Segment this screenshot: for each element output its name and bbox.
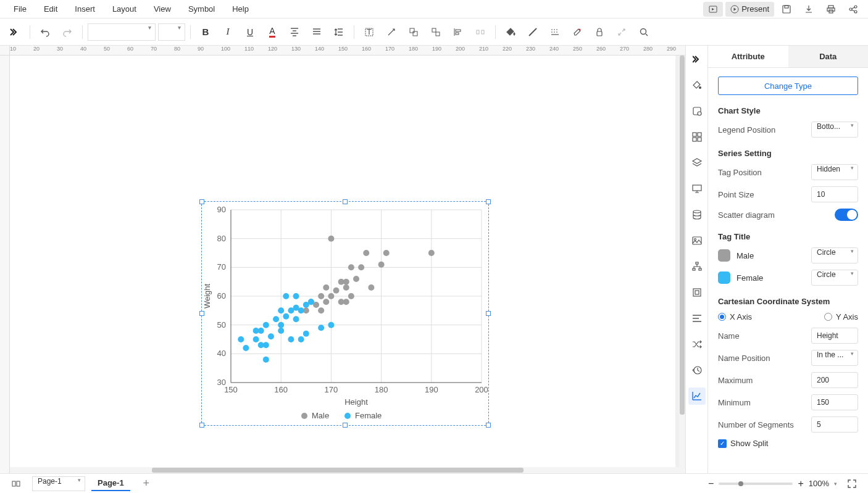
rail-tree-icon[interactable] <box>688 258 706 275</box>
font-size-select[interactable] <box>158 23 185 41</box>
ungroup-icon[interactable] <box>426 22 446 42</box>
point-size-input[interactable] <box>811 186 858 202</box>
svg-rect-112 <box>693 133 696 136</box>
svg-point-98 <box>303 331 309 337</box>
svg-point-9 <box>854 10 857 13</box>
connector-icon[interactable] <box>382 22 401 42</box>
undo-icon[interactable] <box>35 22 55 42</box>
line-spacing-icon[interactable] <box>329 22 349 42</box>
svg-point-107 <box>344 413 351 419</box>
preview-button[interactable] <box>703 2 723 17</box>
align-h-icon[interactable] <box>307 22 327 42</box>
menubar: FileEditInsertLayoutViewSymbolHelp Prese… <box>0 0 868 19</box>
rail-shape-icon[interactable] <box>688 102 706 120</box>
page[interactable]: 15016017018019020030405060708090HeightWe… <box>10 56 675 473</box>
menu-view[interactable]: View <box>145 2 180 16</box>
text-tool-icon[interactable]: T <box>359 22 379 42</box>
menu-symbol[interactable]: Symbol <box>180 2 223 16</box>
rail-presentation-icon[interactable] <box>688 180 706 197</box>
svg-point-8 <box>854 6 857 8</box>
lock-icon[interactable] <box>590 22 609 42</box>
rail-grid-icon[interactable] <box>688 128 706 146</box>
vertical-scrollbar[interactable] <box>679 56 685 473</box>
female-shape-select[interactable]: Circle <box>811 270 858 286</box>
horizontal-scrollbar[interactable] <box>10 467 685 473</box>
show-split-checkbox[interactable]: ✓ <box>718 439 727 448</box>
rail-shuffle-icon[interactable] <box>688 336 706 353</box>
point-size-label: Point Size <box>718 190 754 199</box>
axis-name-input[interactable] <box>811 328 858 344</box>
male-label: Male <box>737 251 754 260</box>
group-icon[interactable] <box>404 22 424 42</box>
change-type-button[interactable]: Change Type <box>718 77 858 95</box>
bold-icon[interactable]: B <box>196 22 215 42</box>
tools-icon[interactable] <box>612 22 632 42</box>
svg-rect-21 <box>597 31 602 36</box>
max-input[interactable] <box>811 372 858 388</box>
stroke-icon[interactable] <box>523 22 543 42</box>
svg-point-84 <box>268 333 274 339</box>
zoom-slider[interactable] <box>719 483 793 485</box>
page-select[interactable]: Page-1 <box>32 476 85 491</box>
rail-fill-icon[interactable] <box>688 77 706 94</box>
yaxis-radio[interactable] <box>824 313 832 321</box>
svg-point-54 <box>318 307 324 313</box>
expand-icon[interactable] <box>5 22 25 42</box>
name-pos-select[interactable]: In the ... <box>811 350 858 366</box>
align-objects-icon[interactable] <box>448 22 468 42</box>
align-v-icon[interactable] <box>285 22 304 42</box>
rail-collapse-icon[interactable] <box>688 51 706 68</box>
menu-layout[interactable]: Layout <box>104 2 145 16</box>
download-icon[interactable] <box>799 2 819 17</box>
line-style-icon[interactable] <box>545 22 565 42</box>
menu-help[interactable]: Help <box>223 2 257 16</box>
rail-align-icon[interactable] <box>688 310 706 327</box>
svg-point-101 <box>318 325 324 331</box>
menu-insert[interactable]: Insert <box>66 2 104 16</box>
svg-text:30: 30 <box>217 378 226 387</box>
add-page-icon[interactable]: + <box>136 474 156 494</box>
rail-history-icon[interactable] <box>688 362 706 379</box>
present-button[interactable]: Present <box>725 2 774 17</box>
fill-icon[interactable] <box>501 22 520 42</box>
scatter-toggle[interactable] <box>835 209 858 221</box>
tab-attribute[interactable]: Attribute <box>708 46 788 67</box>
seg-input[interactable] <box>811 416 858 433</box>
redo-icon[interactable] <box>57 22 77 42</box>
zoom-out-icon[interactable]: − <box>708 478 714 489</box>
eraser-icon[interactable] <box>567 22 587 42</box>
tab-data[interactable]: Data <box>788 46 869 67</box>
menu-file[interactable]: File <box>5 2 35 16</box>
legend-position-select[interactable]: Botto... <box>811 122 858 138</box>
canvas[interactable]: 1020304050607080901001101201301401501601… <box>0 46 685 473</box>
svg-point-60 <box>333 288 340 294</box>
xaxis-radio[interactable] <box>718 313 726 321</box>
svg-rect-121 <box>693 268 695 270</box>
rail-image-icon[interactable] <box>688 232 706 249</box>
save-icon[interactable] <box>777 2 796 17</box>
search-icon[interactable] <box>634 22 654 42</box>
svg-rect-126 <box>12 481 15 486</box>
rail-chart-icon[interactable] <box>688 387 706 405</box>
font-select[interactable] <box>88 23 156 41</box>
svg-point-105 <box>301 413 307 419</box>
pages-icon[interactable] <box>6 474 26 494</box>
print-icon[interactable] <box>821 2 841 17</box>
share-icon[interactable] <box>843 2 863 17</box>
distribute-icon[interactable] <box>470 22 490 42</box>
male-shape-select[interactable]: Circle <box>811 247 858 263</box>
min-input[interactable] <box>811 394 858 410</box>
tag-position-select[interactable]: Hidden <box>811 164 858 180</box>
page-tab[interactable]: Page-1 <box>91 476 130 491</box>
rail-outline-icon[interactable] <box>688 284 706 301</box>
svg-point-64 <box>343 299 349 305</box>
zoom-in-icon[interactable]: + <box>798 478 803 489</box>
italic-icon[interactable]: I <box>218 22 238 42</box>
rail-database-icon[interactable] <box>688 206 706 223</box>
svg-point-83 <box>263 322 269 328</box>
menu-edit[interactable]: Edit <box>35 2 66 16</box>
rail-layers-icon[interactable] <box>688 154 706 172</box>
font-color-icon[interactable]: A <box>262 22 282 42</box>
fullscreen-icon[interactable] <box>842 474 862 494</box>
underline-icon[interactable]: U <box>240 22 260 42</box>
